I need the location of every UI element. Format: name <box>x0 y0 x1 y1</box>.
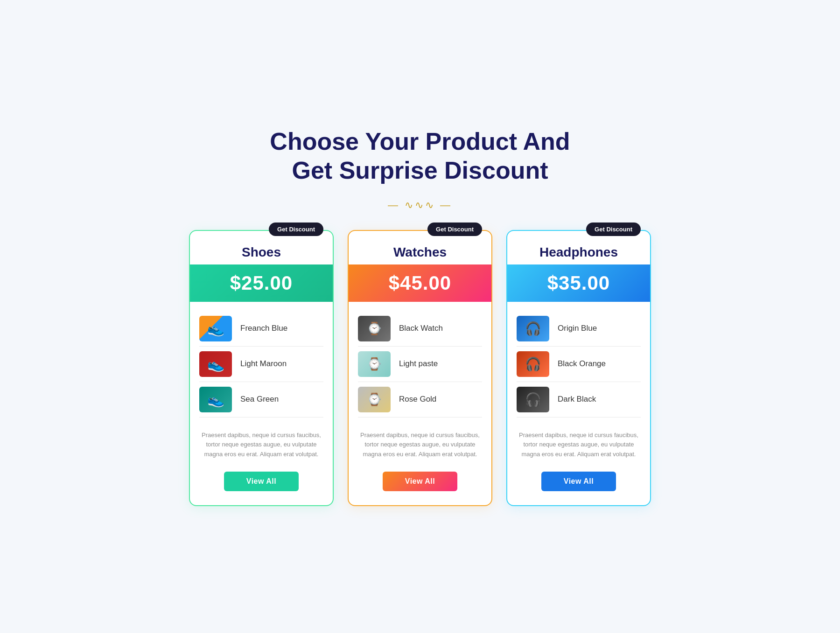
product-img-watches-0: ⌚ <box>358 316 391 341</box>
product-list-watches: ⌚Black Watch⌚Light paste⌚Rose Gold <box>349 306 491 422</box>
shoe-icon: 👟 <box>207 391 224 408</box>
product-name: Black Watch <box>399 324 443 333</box>
card-description-watches: Praesent dapibus, neque id cursus faucib… <box>349 422 491 464</box>
product-item[interactable]: ⌚Black Watch <box>358 311 482 347</box>
divider-ornament: — ∿∿∿ — <box>270 199 570 211</box>
product-name: Light Maroon <box>240 359 287 369</box>
product-img-headphones-2: 🎧 <box>517 387 549 412</box>
cards-container: Get DiscountShoes$25.00👟Freanch Blue👟Lig… <box>189 230 651 506</box>
product-item[interactable]: ⌚Rose Gold <box>358 382 482 417</box>
product-img-headphones-1: 🎧 <box>517 351 549 377</box>
product-item[interactable]: 🎧Dark Black <box>517 382 641 417</box>
headphones-icon: 🎧 <box>525 392 541 407</box>
product-list-headphones: 🎧Origin Blue🎧Black Orange🎧Dark Black <box>507 306 650 422</box>
page-header: Choose Your Product And Get Surprise Dis… <box>270 127 570 230</box>
discount-badge-shoes[interactable]: Get Discount <box>269 223 323 236</box>
product-item[interactable]: ⌚Light paste <box>358 347 482 382</box>
product-item[interactable]: 👟Light Maroon <box>199 347 323 382</box>
card-headphones: Get DiscountHeadphones$35.00🎧Origin Blue… <box>506 230 651 506</box>
shoe-icon: 👟 <box>207 320 224 337</box>
product-img-shoes-1: 👟 <box>199 351 232 377</box>
discount-badge-watches[interactable]: Get Discount <box>427 223 482 236</box>
watch-icon: ⌚ <box>367 357 382 371</box>
price-text-watches: $45.00 <box>389 272 451 294</box>
price-banner-headphones: $35.00 <box>507 264 650 302</box>
title-line2: Get Surprise Discount <box>292 157 548 184</box>
product-list-shoes: 👟Freanch Blue👟Light Maroon👟Sea Green <box>190 306 333 422</box>
product-name: Origin Blue <box>558 324 597 333</box>
view-all-button-watches[interactable]: View All <box>383 472 457 491</box>
product-item[interactable]: 👟Sea Green <box>199 382 323 417</box>
product-name: Dark Black <box>558 395 596 404</box>
product-img-watches-2: ⌚ <box>358 387 391 412</box>
price-banner-watches: $45.00 <box>349 264 491 302</box>
price-banner-shoes: $25.00 <box>190 264 333 302</box>
watch-icon: ⌚ <box>367 392 382 407</box>
headphones-icon: 🎧 <box>525 321 541 336</box>
product-name: Light paste <box>399 359 438 369</box>
card-shoes: Get DiscountShoes$25.00👟Freanch Blue👟Lig… <box>189 230 334 506</box>
page-title-block: Choose Your Product And Get Surprise Dis… <box>270 127 570 185</box>
product-name: Rose Gold <box>399 395 436 404</box>
product-img-headphones-0: 🎧 <box>517 316 549 341</box>
card-description-shoes: Praesent dapibus, neque id cursus faucib… <box>190 422 333 464</box>
product-img-shoes-0: 👟 <box>199 316 232 341</box>
price-text-shoes: $25.00 <box>230 272 293 294</box>
product-name: Sea Green <box>240 395 279 404</box>
headphones-icon: 🎧 <box>525 356 541 372</box>
product-img-watches-1: ⌚ <box>358 351 391 377</box>
watch-icon: ⌚ <box>367 321 382 336</box>
card-watches: Get DiscountWatches$45.00⌚Black Watch⌚Li… <box>348 230 492 506</box>
card-description-headphones: Praesent dapibus, neque id cursus faucib… <box>507 422 650 464</box>
product-item[interactable]: 🎧Origin Blue <box>517 311 641 347</box>
product-name: Freanch Blue <box>240 324 287 333</box>
product-img-shoes-2: 👟 <box>199 387 232 412</box>
product-item[interactable]: 🎧Black Orange <box>517 347 641 382</box>
discount-badge-headphones[interactable]: Get Discount <box>586 223 641 236</box>
view-all-button-headphones[interactable]: View All <box>541 472 616 491</box>
shoe-icon: 👟 <box>207 356 224 372</box>
product-name: Black Orange <box>558 359 606 369</box>
view-all-button-shoes[interactable]: View All <box>224 472 299 491</box>
product-item[interactable]: 👟Freanch Blue <box>199 311 323 347</box>
title-line1: Choose Your Product And <box>270 128 570 155</box>
price-text-headphones: $35.00 <box>547 272 610 294</box>
